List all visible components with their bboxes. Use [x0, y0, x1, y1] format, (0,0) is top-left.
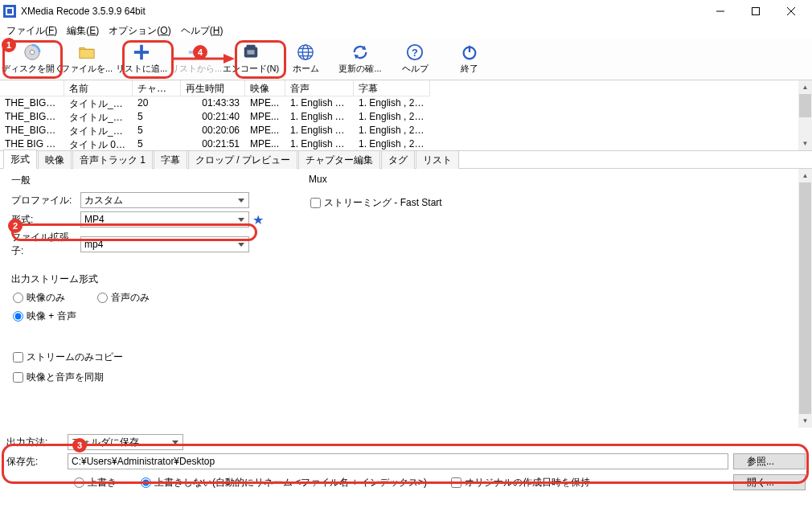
scroll-down-icon[interactable]: ▼	[798, 414, 812, 428]
close-button[interactable]	[773, 0, 809, 23]
column-header[interactable]: 映像	[245, 80, 285, 96]
browse-button[interactable]: 参照...	[733, 453, 806, 469]
toolbar-exit[interactable]: 終了	[442, 40, 497, 79]
tab-1[interactable]: 映像	[38, 150, 72, 169]
toolbar-update[interactable]: 更新の確...	[333, 40, 388, 79]
menu-file[interactable]: ファイル(F)	[2, 23, 62, 39]
tab-6[interactable]: タグ	[381, 150, 415, 169]
format-combo[interactable]: MP4	[80, 211, 249, 227]
svg-rect-10	[134, 51, 149, 54]
minus-icon	[187, 43, 205, 61]
check-stream-copy[interactable]: ストリームのみコピー	[13, 350, 790, 364]
column-header[interactable]: 字幕	[354, 80, 430, 96]
toolbar-remove-list: リストから...	[169, 40, 224, 79]
maximize-button[interactable]	[738, 0, 773, 23]
encode-icon	[242, 43, 260, 61]
output-method-label: 出力方法:	[6, 436, 63, 449]
radio-video-only[interactable]: 映像のみ	[13, 291, 65, 305]
check-fast-start[interactable]: ストリーミング - Fast Start	[310, 196, 442, 210]
menu-help[interactable]: ヘルプ(H)	[176, 23, 228, 39]
ext-combo[interactable]: mp4	[80, 236, 249, 252]
menu-options[interactable]: オプション(O)	[104, 23, 175, 39]
folder-icon	[78, 43, 96, 61]
menubar: ファイル(F) 編集(E) オプション(O) ヘルプ(H)	[0, 23, 812, 39]
svg-rect-2	[7, 9, 12, 14]
toolbar-encode[interactable]: エンコード(N)	[224, 40, 278, 79]
table-scrollbar[interactable]: ▲ ▼	[798, 80, 812, 150]
radio-video-audio[interactable]: 映像 + 音声	[13, 309, 76, 323]
tab-3[interactable]: 字幕	[154, 150, 187, 169]
toolbar-help[interactable]: ?ヘルプ	[388, 40, 442, 79]
minimize-button[interactable]	[703, 0, 738, 23]
column-header[interactable]: チャプター	[133, 80, 181, 96]
globe-icon	[297, 43, 314, 61]
content-scrollbar[interactable]: ▲ ▼	[798, 169, 812, 428]
check-keep-date[interactable]: オリジナルの作成日時を保持	[451, 476, 590, 490]
column-header[interactable]	[0, 80, 64, 96]
table-header: 名前チャプター再生時間映像音声字幕	[0, 80, 798, 96]
refresh-icon	[351, 43, 369, 61]
scroll-down-icon[interactable]: ▼	[798, 137, 812, 150]
svg-rect-4	[753, 8, 760, 15]
toolbar: ディスクを開くファイルを...リストに追...リストから...エンコード(N)ホ…	[0, 39, 812, 80]
scroll-up-icon[interactable]: ▲	[798, 80, 812, 94]
file-list-panel: 名前チャプター再生時間映像音声字幕 THE_BIG_B...タイトル_01 ..…	[0, 80, 812, 151]
column-header[interactable]: 名前	[64, 80, 133, 96]
tab-4[interactable]: クロップ / プレビュー	[188, 150, 297, 169]
radio-overwrite[interactable]: 上書き	[74, 476, 117, 490]
tab-0[interactable]: 形式	[3, 150, 37, 169]
table-row[interactable]: THE BIG B...タイトル 04 ...500:21:51MPE...1.…	[0, 137, 798, 150]
radio-audio-only[interactable]: 音声のみ	[97, 291, 150, 305]
disc-icon	[23, 43, 41, 61]
tab-5[interactable]: チャプター編集	[298, 150, 380, 169]
toolbar-open-disc[interactable]: ディスクを開く	[5, 40, 59, 79]
profile-label: プロファイル:	[8, 194, 80, 207]
format-label: 形式:	[8, 213, 80, 227]
power-icon	[461, 43, 478, 61]
menu-edit[interactable]: 編集(E)	[62, 23, 104, 39]
svg-point-8	[30, 50, 35, 55]
content-panel: 一般 プロファイル: カスタム 形式: MP4 ★ ファイル拡張子: mp4 出…	[0, 169, 812, 428]
table-row[interactable]: THE_BIG_B...タイトル_03 ...500:20:06MPE...1.…	[0, 124, 798, 137]
plus-icon	[133, 43, 150, 61]
toolbar-open-file[interactable]: ファイルを...	[59, 40, 114, 79]
mux-section-label: Mux	[309, 174, 442, 185]
ext-label: ファイル拡張子:	[8, 231, 80, 258]
scroll-up-icon[interactable]: ▲	[798, 169, 812, 182]
toolbar-add-list[interactable]: リストに追...	[114, 40, 169, 79]
app-icon	[3, 5, 16, 18]
output-dest-label: 保存先:	[6, 455, 63, 469]
output-dest-input[interactable]	[68, 453, 728, 469]
column-header[interactable]: 再生時間	[181, 80, 245, 96]
window-title: XMedia Recode 3.5.9.9 64bit	[21, 6, 703, 17]
output-stream-label: 出力ストリーム形式	[11, 272, 790, 286]
svg-text:?: ?	[412, 47, 418, 59]
output-method-combo[interactable]: フォルダに保存	[68, 434, 183, 450]
toolbar-home[interactable]: ホーム	[278, 40, 333, 79]
titlebar: XMedia Recode 3.5.9.9 64bit	[0, 0, 812, 23]
tab-7[interactable]: リスト	[416, 150, 459, 169]
help-icon: ?	[406, 43, 424, 61]
tab-strip: 形式映像音声トラック 1字幕クロップ / プレビューチャプター編集タグリスト	[0, 151, 812, 169]
check-sync-av[interactable]: 映像と音声を同期	[13, 371, 790, 384]
radio-no-overwrite[interactable]: 上書きしない(自動的にリネーム <ファイル名 + インデックス>)	[141, 476, 427, 490]
tab-2[interactable]: 音声トラック 1	[72, 150, 153, 169]
svg-rect-14	[247, 50, 254, 55]
svg-rect-11	[189, 51, 203, 54]
output-panel: 出力方法: フォルダに保存 保存先: 参照... 上書き 上書きしない(自動的に…	[0, 428, 812, 494]
open-button[interactable]: 開く...	[733, 474, 806, 490]
profile-combo[interactable]: カスタム	[80, 192, 249, 208]
table-row[interactable]: THE_BIG_B...タイトル_02 ...500:21:40MPE...1.…	[0, 110, 798, 124]
table-row[interactable]: THE_BIG_B...タイトル_01 ...2001:43:33MPE...1…	[0, 96, 798, 110]
svg-rect-13	[247, 45, 256, 49]
column-header[interactable]: 音声	[285, 80, 354, 96]
favorite-star-icon[interactable]: ★	[252, 212, 264, 227]
